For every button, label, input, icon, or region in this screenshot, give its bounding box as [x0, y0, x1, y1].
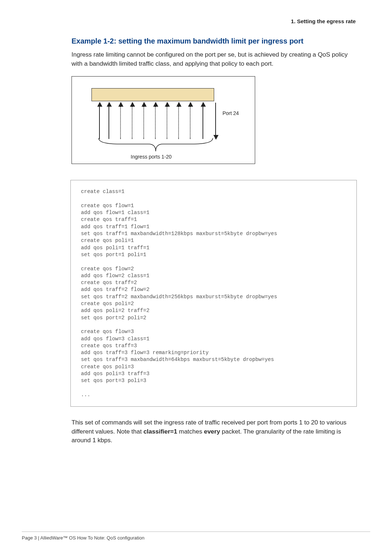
dotted-arrow-up-icon	[143, 103, 144, 139]
dotted-arrow-up-icon	[120, 103, 121, 139]
footer-text: Page 3 | AlliedWare™ OS How To Note: QoS…	[22, 535, 144, 541]
page-footer: Page 3 | AlliedWare™ OS How To Note: QoS…	[22, 532, 370, 541]
code-block: create class=1 create qos flow=1 add qos…	[70, 180, 357, 407]
dotted-arrow-up-icon	[155, 103, 156, 139]
arrow-down-icon	[215, 103, 216, 139]
network-diagram: Port 24 Ingress ports 1-20	[72, 76, 255, 164]
outro-text-mid: matches	[177, 428, 204, 435]
outro-every-bold: every	[204, 428, 220, 435]
arrow-up-icon	[99, 103, 100, 139]
dotted-arrow-up-icon	[132, 103, 132, 139]
outro-paragraph: This set of commands will set the ingres…	[72, 418, 356, 445]
dotted-arrow-up-icon	[178, 103, 179, 139]
main-content: Example 1-2: setting the maximum bandwid…	[72, 36, 356, 452]
arrow-up-icon	[109, 103, 109, 139]
bus-bar	[91, 88, 214, 101]
diagram-container: Port 24 Ingress ports 1-20	[72, 76, 356, 164]
outro-classifier-bold: classifier=1	[143, 428, 177, 435]
section-header: 1. Setting the egress rate	[291, 18, 356, 25]
example-heading: Example 1-2: setting the maximum bandwid…	[72, 36, 356, 46]
curly-brace-icon	[98, 138, 213, 153]
intro-paragraph: Ingress rate limiting cannot be configur…	[72, 50, 356, 68]
dotted-arrow-up-icon	[167, 103, 167, 139]
arrow-up-icon	[203, 103, 203, 139]
dotted-arrow-up-icon	[190, 103, 191, 139]
ingress-ports-label: Ingress ports 1-20	[131, 153, 172, 160]
port24-label: Port 24	[222, 110, 239, 117]
